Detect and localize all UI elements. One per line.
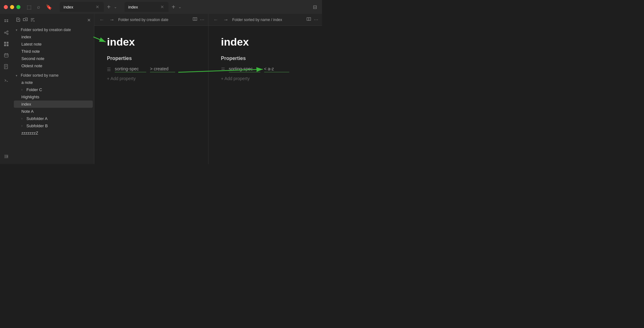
left-reader-icon[interactable] (192, 17, 197, 23)
left-pane-toolbar: ← → Folder sorted by creation date ⋯ (94, 14, 208, 26)
file-index-name[interactable]: index (14, 101, 93, 108)
terminal-icon[interactable] (1, 75, 11, 85)
minimize-button[interactable] (10, 5, 14, 9)
tab-2-label: index (128, 5, 158, 9)
right-property-row: ☰ sorting-spec < a-z (221, 66, 310, 72)
folder-creation-header[interactable]: ▾ Folder sorted by creation date (14, 26, 93, 33)
right-pane: ← → Folder sorted by name / index ⋯ inde… (208, 14, 322, 164)
svg-rect-0 (4, 19, 6, 20)
svg-point-6 (7, 33, 8, 35)
tab-1-chevron[interactable]: ⌄ (114, 5, 117, 9)
chevron-down-icon-2: ▾ (16, 74, 19, 77)
close-button[interactable] (4, 5, 8, 9)
right-properties-section: Properties ☰ sorting-spec < a-z + Add pr… (221, 56, 310, 81)
left-add-property[interactable]: + Add property (107, 76, 196, 81)
folder-name-header[interactable]: ▾ Folder sorted by name (14, 72, 93, 79)
split-view-icon[interactable]: ⊟ (312, 3, 318, 11)
left-property-value[interactable]: > created (150, 66, 175, 72)
svg-rect-11 (4, 44, 6, 46)
tab-1-add[interactable]: + (105, 3, 113, 11)
left-pane: ← → Folder sorted by creation date ⋯ ind… (94, 14, 208, 164)
subfolder-b[interactable]: › Subfolder B (14, 122, 93, 129)
right-property-value[interactable]: < a-z (264, 66, 289, 72)
note-icon[interactable] (1, 62, 11, 72)
right-pane-path: Folder sorted by name / index (232, 18, 304, 22)
left-pane-path: Folder sorted by creation date (118, 18, 190, 22)
titlebar-right: ⊟ (312, 3, 318, 11)
chevron-right-icon: › (21, 88, 25, 91)
right-pane-content: index Properties ☰ sorting-spec < a-z + … (208, 26, 322, 164)
chevron-right-icon-3: › (21, 124, 25, 128)
svg-point-4 (4, 32, 6, 33)
dashboard-icon[interactable] (1, 39, 11, 49)
right-more-icon[interactable]: ⋯ (314, 17, 318, 22)
new-folder-icon[interactable] (23, 17, 28, 23)
bookmark-icon[interactable]: 🔖 (45, 3, 53, 11)
left-property-icon: ☰ (107, 67, 111, 72)
svg-point-5 (7, 31, 8, 32)
tab-2-chevron[interactable]: ⌄ (178, 5, 181, 9)
file-tree-icon[interactable] (1, 16, 11, 26)
file-a-note[interactable]: a note (14, 79, 93, 86)
calendar-icon[interactable] (1, 50, 11, 60)
right-add-property[interactable]: + Add property (221, 76, 310, 81)
tab-2[interactable]: index ✕ (125, 2, 169, 12)
file-browser-icon[interactable]: ⬚ (25, 3, 33, 11)
svg-rect-13 (4, 54, 8, 57)
left-properties-label: Properties (107, 56, 196, 61)
left-property-key[interactable]: sorting-spec (115, 66, 146, 72)
right-add-property-label: + Add property (221, 76, 250, 81)
svg-rect-2 (4, 21, 6, 22)
file-second-note[interactable]: Second note (14, 55, 93, 62)
icon-rail (0, 14, 13, 164)
svg-line-7 (6, 32, 7, 32)
file-highlights[interactable]: Highlights (14, 93, 93, 101)
tab-2-add[interactable]: + (170, 3, 177, 11)
chevron-right-icon-2: › (21, 117, 25, 120)
search-icon[interactable]: ⌕ (36, 3, 42, 10)
tab-1[interactable]: index ✕ (60, 2, 104, 12)
right-note-title: index (221, 36, 310, 48)
sort-icon[interactable] (30, 17, 35, 23)
file-index-creation[interactable]: index (14, 33, 93, 41)
subfolder-a[interactable]: › Subfolder A (14, 115, 93, 122)
left-pane-content: index Properties ☰ sorting-spec > create… (94, 26, 208, 164)
left-forward-button[interactable]: → (108, 16, 116, 23)
tabs-area: index ✕ + ⌄ index ✕ + ⌄ (60, 2, 308, 12)
right-properties-label: Properties (221, 56, 310, 61)
tab-1-close[interactable]: ✕ (95, 4, 100, 9)
tree-toolbar: ✕ (13, 14, 94, 26)
traffic-lights (4, 5, 20, 9)
titlebar: ⬚ ⌕ 🔖 index ✕ + ⌄ index ✕ + ⌄ ⊟ (0, 0, 322, 14)
layers-icon[interactable] (1, 151, 11, 161)
left-note-title: index (107, 36, 196, 48)
file-oldest-note[interactable]: Oldest note (14, 62, 93, 69)
new-note-icon[interactable] (16, 17, 20, 23)
svg-line-8 (6, 33, 7, 34)
folder-name-label: Folder sorted by name (21, 73, 90, 78)
right-reader-icon[interactable] (306, 17, 311, 23)
left-property-row: ☰ sorting-spec > created (107, 66, 196, 72)
right-back-button[interactable]: ← (212, 16, 220, 23)
file-third-note[interactable]: Third note (14, 48, 93, 55)
right-property-icon: ☰ (221, 67, 225, 72)
right-forward-button[interactable]: → (222, 16, 230, 23)
svg-rect-1 (7, 19, 8, 20)
file-latest-note[interactable]: Latest note (14, 41, 93, 48)
left-back-button[interactable]: ← (98, 16, 106, 23)
file-tree: ✕ ▾ Folder sorted by creation date index… (13, 14, 94, 164)
tab-1-label: index (64, 5, 93, 9)
tab-2-close[interactable]: ✕ (160, 4, 165, 9)
maximize-button[interactable] (16, 5, 20, 9)
close-panel-icon[interactable]: ✕ (87, 18, 91, 23)
chevron-down-icon: ▾ (16, 28, 19, 32)
folder-c[interactable]: › Folder C (14, 86, 93, 93)
file-zzzzzzzz[interactable]: zzzzzzzZ (14, 129, 93, 137)
graph-icon[interactable] (1, 28, 11, 38)
right-property-key[interactable]: sorting-spec (229, 66, 260, 72)
left-more-icon[interactable]: ⋯ (200, 17, 204, 22)
main-layout: ✕ ▾ Folder sorted by creation date index… (0, 14, 322, 164)
file-note-a[interactable]: Note A (14, 108, 93, 115)
folder-creation-label: Folder sorted by creation date (21, 28, 90, 32)
left-properties-section: Properties ☰ sorting-spec > created + Ad… (107, 56, 196, 81)
